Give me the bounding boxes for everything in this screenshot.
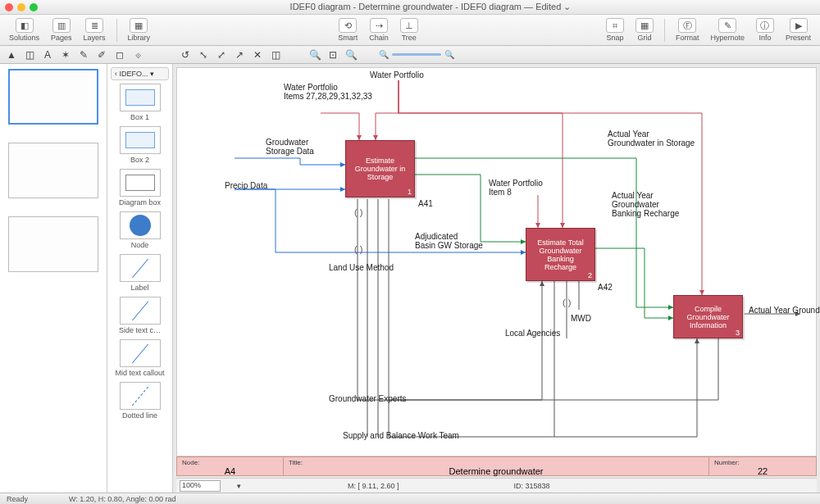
shape-side-text[interactable]: Side text c… [111,297,169,334]
main-toolbar: ◧Solutions ▥Pages ≣Layers ▦Library ⟲Smar… [0,15,820,46]
connector-5[interactable]: ✕ [251,48,264,61]
zoom-out-icon[interactable]: 🔍 [308,48,321,61]
close-icon[interactable] [5,3,13,11]
connector-1[interactable]: ↺ [179,48,192,61]
shape-mid-text[interactable]: Mid text callout [111,339,169,377]
shape-box1[interactable]: Box 1 [111,84,169,121]
page-thumb-3[interactable] [8,216,98,272]
label-actual-recharge: Actual Year Groundwater Banking Recharge [612,191,679,218]
hypernote-button[interactable]: ✎Hypernote [706,18,749,42]
minimize-icon[interactable] [17,3,25,11]
lasso-tool[interactable]: ◫ [23,48,36,61]
diagram-canvas[interactable]: Estimate Groundwater in Storage1 Estimat… [176,67,817,456]
shape-library: ‹ IDEFO... ▾ Box 1 Box 2 Diagram box Nod… [107,64,173,493]
tree-button[interactable]: ⊥Tree [396,18,422,42]
box-compile-info[interactable]: Compile Groundwater Information3 [673,295,743,338]
zoom-in-icon[interactable]: 🔍 [344,48,358,61]
label-actual-storage: Actual Year Groundwater in Storage [608,129,695,148]
connector-6[interactable]: ◫ [269,48,282,61]
label-a41: A41 [418,199,433,208]
smart-button[interactable]: ⟲Smart [334,18,362,42]
label-precip: Precip Data [225,181,267,190]
pages-button[interactable]: ▥Pages [47,18,76,42]
zoom-slider[interactable]: 🔍🔍 [379,50,454,59]
canvas-bottom-bar: 100% ▾ M: [ 9.11, 2.60 ] ID: 315838 [176,478,817,493]
snap-button[interactable]: ⌗Snap [602,18,628,42]
shape-box2[interactable]: Box 2 [111,126,169,164]
grid-button[interactable]: ▦Grid [631,18,658,42]
wand-tool[interactable]: ✶ [59,48,72,61]
status-dims: W: 1.20, H: 0.80, Angle: 0.00 rad [69,495,175,503]
label-storage-data: Groudwater Storage Data [266,138,314,156]
present-button[interactable]: ▶Present [781,18,815,42]
pointer-tool[interactable]: ▲ [5,48,18,61]
solutions-button[interactable]: ◧Solutions [5,18,43,42]
label-wp-items: Water Portfolio Items 27,28,29,31,32,33 [284,83,372,101]
shape-diagram-box[interactable]: Diagram box [111,169,169,207]
label-land-use: Land Use Method [329,263,394,272]
format-button[interactable]: ⒻFormat [672,18,704,42]
label-a42: A42 [598,283,613,292]
label-gw-experts: Groundwater Experts [329,394,407,403]
shape-tool[interactable]: ◻ [113,48,126,61]
connector-2[interactable]: ⤡ [197,48,210,61]
label-water-portfolio: Water Portfolio [370,70,424,79]
shape-node[interactable]: Node [111,211,169,249]
mouse-coords: M: [ 9.11, 2.60 ] [348,482,399,490]
library-breadcrumb[interactable]: ‹ IDEFO... ▾ [111,67,169,80]
text-tool[interactable]: A [41,48,54,61]
library-button[interactable]: ▦Library [124,18,155,42]
status-bar: Ready W: 1.20, H: 0.80, Angle: 0.00 rad [0,493,820,504]
crop-tool[interactable]: ⟐ [131,48,144,61]
connector-4[interactable]: ↗ [233,48,246,61]
chain-button[interactable]: ⇢Chain [365,18,393,42]
page-thumb-2[interactable] [8,143,98,198]
page-thumb-1[interactable] [8,69,98,125]
layers-button[interactable]: ≣Layers [80,18,110,42]
label-adj-basin: Adjudicated Basin GW Storage [415,232,483,250]
label-supply-team: Supply and Balance Work Team [343,431,459,440]
zoom-fit-icon[interactable]: ⊡ [326,48,339,61]
canvas-area[interactable]: Estimate Groundwater in Storage1 Estimat… [173,64,820,493]
tool-row: ▲ ◫ A ✶ ✎ ✐ ◻ ⟐ ↺ ⤡ ⤢ ↗ ✕ ◫ 🔍 ⊡ 🔍 🔍🔍 [0,46,820,64]
window-title: IDEF0 diagram - Determine groundwater - … [46,2,815,12]
label-wp-item8: Water Portfolio Item 8 [489,179,543,197]
status-ready: Ready [7,495,28,503]
shape-label[interactable]: Label [111,254,169,292]
label-mwd: MWD [571,314,591,323]
window-titlebar: IDEF0 diagram - Determine groundwater - … [0,0,820,15]
shape-dotted[interactable]: Dotted line [111,382,169,420]
info-button[interactable]: ⓘInfo [752,18,778,42]
box-estimate-recharge[interactable]: Estimate Total Groundwater Banking Recha… [526,228,595,281]
selection-id: ID: 315838 [514,482,550,490]
eyedrop-tool[interactable]: ✐ [95,48,108,61]
connector-3[interactable]: ⤢ [215,48,228,61]
page-thumbnails [0,64,107,493]
label-actual-gw: Actual Year Groundwater [749,306,820,315]
pen-tool[interactable]: ✎ [77,48,90,61]
label-local-agencies: Local Agencies [505,329,560,338]
box-estimate-storage[interactable]: Estimate Groundwater in Storage1 [345,140,415,198]
maximize-icon[interactable] [30,3,38,11]
zoom-select[interactable]: 100% [180,480,221,492]
diagram-footer: Node:A4 Title:Determine groundwater Numb… [176,456,817,476]
